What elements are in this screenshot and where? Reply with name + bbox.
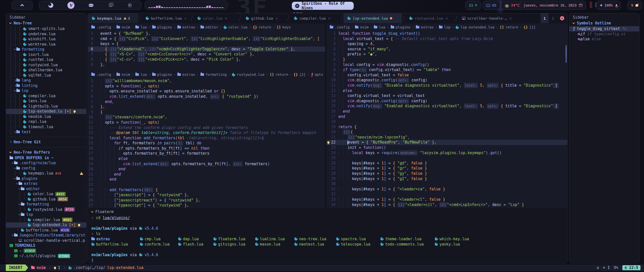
code-line[interactable]: 1local function toggle_diag_virtext() bbox=[326, 31, 567, 36]
breadcrumb-item[interactable]: extras bbox=[177, 25, 195, 29]
file-entry[interactable]: yanky.lua bbox=[435, 242, 567, 247]
tree-item[interactable]: │ formatting bbox=[6, 47, 86, 52]
breadcrumb-item[interactable]: lsp bbox=[439, 25, 450, 29]
code-line[interactable]: 31▏ ▏ ▏ keys[#keys + 1] = { "<leader>ca"… bbox=[326, 187, 567, 192]
tree-item[interactable]: │ └ github.lua#654 bbox=[6, 197, 86, 202]
neovim-icon[interactable]: V bbox=[67, 2, 74, 9]
breadcrumb-item[interactable]: lsp-extended.lua bbox=[456, 25, 494, 29]
code-line[interactable]: 20 ▏ ▏ ▏ ▏ end bbox=[88, 166, 325, 172]
breadcrumb-item[interactable]: []return bbox=[500, 25, 518, 29]
code-line[interactable]: 5 keys = { bbox=[88, 41, 325, 47]
file-path-segment[interactable]: .config/…/lsp/lsp-extended.lua bbox=[68, 265, 143, 270]
tree-item[interactable]: │ test bbox=[6, 129, 86, 135]
file-entry[interactable]: mason.lua bbox=[255, 242, 294, 247]
code-line[interactable]: 33▏ ▏ ▏ keys[#keys + 1] = { "<leader>cl"… bbox=[326, 197, 567, 202]
close-icon[interactable]: × bbox=[328, 16, 331, 20]
code-line[interactable]: 13▏ ▏ config.virtual_text = virtual_text bbox=[326, 93, 567, 98]
sidebar-section-header[interactable]: Neo-Tree bbox=[6, 20, 86, 26]
code-line[interactable]: 25 ▏ ▏ ▏ ["javascript"] = { "rustywind" … bbox=[88, 192, 325, 198]
code-line[interactable]: 22▏ ▏ event = { "BufReadPre", "BufNewFil… bbox=[326, 140, 567, 145]
tree-item[interactable]: plugins bbox=[6, 176, 86, 181]
sidebar-section-header[interactable]: Neo-Tree Git bbox=[6, 139, 86, 145]
code-line[interactable]: 6 ▏ ▏ vim.list_extend(dst: opts.ensure_i… bbox=[88, 94, 325, 99]
document-icon[interactable] bbox=[127, 3, 133, 8]
code-line[interactable]: 19return { bbox=[326, 124, 567, 130]
code-line[interactable]: 25 bbox=[326, 155, 567, 161]
code-line[interactable]: 12 ▏ ▏ --- Extend the conform plugin con… bbox=[88, 125, 325, 130]
tab-keymaps-lua[interactable]: keymaps.lua3 bbox=[88, 13, 138, 23]
sidebar-section-header[interactable]: Neo-Tree Buffers bbox=[6, 149, 86, 155]
breadcrumb-item[interactable]: color.lua bbox=[224, 25, 248, 29]
project-segment[interactable]: nvim bbox=[31, 265, 46, 270]
outline-item-toggle_diag_virtext[interactable]: ƒtoggle_diag_virtextfu bbox=[569, 26, 639, 31]
code-pane-lsp-extended-lua[interactable]: 1local function toggle_diag_virtext()2▏ … bbox=[326, 31, 567, 208]
tree-item[interactable]: │ │ │ lens.lua bbox=[6, 98, 86, 104]
code-line[interactable]: 20▏ [1]{ bbox=[326, 129, 567, 135]
code-line[interactable]: 23 bbox=[88, 182, 325, 187]
file-entry[interactable]: extras bbox=[91, 237, 140, 241]
breadcrumb-item[interactable]: .config bbox=[91, 25, 111, 29]
tree-item[interactable]: │ │ └ sqlfmt.lua bbox=[6, 73, 86, 78]
file-entry[interactable]: neo-tree.lua bbox=[294, 237, 336, 241]
scrollbar-handle[interactable] bbox=[566, 49, 567, 63]
breadcrumb-item[interactable]: []keys bbox=[276, 25, 291, 29]
tab-rustywind-lua[interactable]: rustywind.lua× bbox=[405, 13, 455, 23]
updates-widget[interactable]: 11 © bbox=[465, 1, 481, 10]
tree-item[interactable]: ›_TERMINALS bbox=[6, 243, 86, 248]
code-line[interactable]: 26▏ ▏ ▏ keys[#keys + 1] = { "gd", false … bbox=[326, 161, 567, 166]
file-entry[interactable]: cmp.lua bbox=[140, 237, 178, 241]
file-entry[interactable]: theme-loader.lua bbox=[380, 237, 435, 241]
tab-compiler-lua[interactable]: compiler.lua× bbox=[290, 13, 340, 23]
breadcrumb-item[interactable]: extras bbox=[416, 25, 434, 29]
code-line[interactable]: 11▏ ▏ vim.notify(msg: "Disable diagnosti… bbox=[326, 83, 567, 88]
code-line[interactable]: 10▏ ▏ vim.diagnostic.config(opts: config… bbox=[326, 78, 567, 83]
code-line[interactable]: 16 ▏ ▏ ▏ ▏ if opts.formatters_by_ft[ft] … bbox=[88, 146, 325, 151]
tree-item[interactable]: │ │ │ compiler.lua bbox=[6, 93, 86, 99]
breadcrumb-item[interactable]: plugins bbox=[391, 25, 411, 29]
code-line[interactable]: 4 cmd = { [1]"CccPick", [2]"CccConvert",… bbox=[88, 36, 325, 42]
code-pane-rustywind-lua[interactable]: 3 ▏ [1]"williamboman/mason.nvim",4 ▏ opt… bbox=[88, 78, 325, 208]
tree-item[interactable]: │ │ │ neodim.lua bbox=[6, 114, 86, 119]
close-all-button[interactable]: x bbox=[560, 16, 564, 20]
code-line[interactable]: 8▏ if type(v: config.virtual_text) == "t… bbox=[326, 67, 567, 73]
breadcrumb-item[interactable]: plugins bbox=[152, 73, 172, 77]
tree-item[interactable]: │ │ └ worktree.lua bbox=[6, 42, 86, 47]
code-line[interactable]: 22 ▏ ▏ end bbox=[88, 177, 325, 182]
code-line[interactable]: 27 ▏ ▏ ▏ ["typescript"] = { "rustywind" … bbox=[88, 203, 325, 208]
tab-bufferline-lua[interactable]: bufferline.lua× bbox=[142, 13, 190, 23]
file-entry[interactable]: spectre.lua bbox=[336, 237, 380, 241]
code-line[interactable]: 4 ▏ opts = function(_, opts) bbox=[88, 84, 325, 89]
file-entry[interactable]: floaterm.lua bbox=[213, 237, 255, 241]
floaterm-terminal[interactable]: Floaterm › cd lua/plugins/nvim/lua/plugi… bbox=[88, 208, 567, 263]
tree-item[interactable]: │ │ │ rustywind.lua bbox=[6, 62, 86, 68]
tab-page-1[interactable]: 1 bbox=[541, 13, 549, 23]
tree-item[interactable]: config bbox=[6, 166, 86, 171]
breadcrumb-item[interactable]: {}[2] bbox=[294, 73, 306, 77]
terminal-header[interactable]: Floaterm bbox=[88, 209, 567, 215]
code-line[interactable]: 17 ▏ ▏ ▏ ▏ ▏ opts.formatters_by_ft[ft] =… bbox=[88, 151, 325, 156]
code-line[interactable]: 24 ▏ ▏ add_formatters(tbl: { bbox=[88, 187, 325, 193]
breadcrumb-item[interactable]: .config bbox=[91, 73, 111, 77]
breadcrumb-item[interactable]: lua bbox=[135, 73, 147, 77]
tree-item[interactable]: │ │ │ lsp-extended.lu[+] bbox=[6, 109, 86, 114]
tab-page-2[interactable]: 2 bbox=[549, 13, 557, 23]
breadcrumb-item[interactable]: {}return bbox=[253, 25, 271, 29]
tree-item[interactable]: │ │ │ undotree.lua bbox=[6, 31, 86, 37]
code-line[interactable]: 28▏ ▏ ▏ keys[#keys + 1] = { "gy", false … bbox=[326, 171, 567, 176]
breadcrumb-item[interactable]: editor bbox=[200, 25, 218, 29]
code-pane-color-lua[interactable]: 3 event = { "BufRead" },4 cmd = { [1]"Cc… bbox=[88, 31, 325, 67]
code-line[interactable]: 2▏ local virtual_text = { -- Default vir… bbox=[326, 36, 567, 42]
file-entry[interactable]: flash.lua bbox=[178, 242, 213, 247]
code-line[interactable]: 17end bbox=[326, 114, 567, 119]
code-line[interactable]: 4▏ ▏ source = "if_many", bbox=[326, 47, 567, 52]
tree-item[interactable]: │ │ │ lightbulb.lua bbox=[6, 104, 86, 109]
tree-item[interactable]: editor bbox=[6, 186, 86, 192]
tree-item[interactable]: │ │ compiler.lua#682 bbox=[6, 217, 86, 223]
symbols-outline-header[interactable]: Symbols Outline bbox=[569, 20, 639, 26]
code-line[interactable]: 18 ▏ ▏ ▏ ▏ else bbox=[88, 156, 325, 161]
tree-item[interactable]: lsp bbox=[6, 212, 86, 217]
code-line[interactable]: 3 event = { "BufRead" }, bbox=[88, 31, 325, 36]
close-icon[interactable]: × bbox=[184, 16, 186, 20]
game-controller-icon[interactable] bbox=[88, 3, 94, 8]
code-line[interactable]: 7 ▏ end, bbox=[88, 99, 325, 105]
